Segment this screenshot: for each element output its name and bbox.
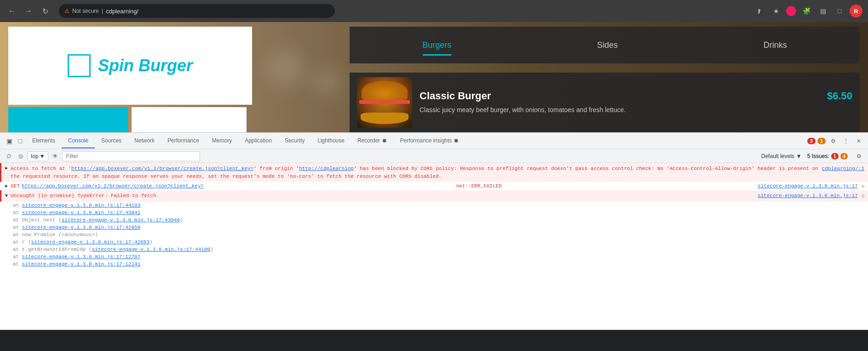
address-text: cdplearning/ bbox=[106, 8, 138, 15]
back-button[interactable]: ← bbox=[6, 5, 18, 17]
stack-line-1: at sitecore-engage-v.1.3.0.min.js:17:441… bbox=[0, 202, 868, 209]
warn-badge: 1 bbox=[817, 138, 826, 144]
devtools-toolbar: ∅ ◎ top ▼ 👁 Default levels ▼ 5 Issues: 1… bbox=[0, 149, 868, 163]
stack-line-3: at Object.next (sitecore-engage-v.1.3.0.… bbox=[0, 216, 868, 224]
issues-warn-badge: 4 bbox=[840, 153, 848, 159]
bookmark-icon[interactable]: ★ bbox=[770, 5, 782, 17]
cors-fetch-url[interactable]: https://app.boxever.com/v1.2/browser/cre… bbox=[71, 166, 253, 171]
tab-elements[interactable]: Elements bbox=[26, 134, 62, 148]
cast-icon[interactable]: ▤ bbox=[816, 5, 829, 17]
browser-actions: ⮭ ★ 🧩 ▤ □ R bbox=[753, 5, 862, 17]
logo-section: Spin Burger bbox=[8, 27, 252, 105]
secondary-box bbox=[132, 107, 247, 132]
issues-error-badge: 1 bbox=[831, 153, 839, 159]
stack-link-3[interactable]: sitecore-engage-v.1.3.0.min.js:17:43946 bbox=[62, 217, 180, 223]
cors-error-text: Access to fetch at ' bbox=[11, 166, 71, 171]
eye-icon[interactable]: 👁 bbox=[50, 151, 60, 161]
browser-chrome: ← → ↻ ⚠ Not secure | cdplearning/ ⮭ ★ 🧩 … bbox=[0, 0, 868, 22]
at-text-1: at bbox=[13, 203, 22, 208]
uncaught-source[interactable]: sitecore-engage-v.1.3.0.min.js:17 bbox=[758, 192, 858, 200]
stack-link-4[interactable]: sitecore-engage-v.1.3.0.min.js:17:42858 bbox=[22, 225, 140, 230]
cors-error-expand[interactable]: ► bbox=[5, 165, 8, 172]
at-text-3b: ) bbox=[180, 217, 183, 223]
stack-link-6[interactable]: sitecore-engage-v.1.3.0.min.js:17:42603 bbox=[31, 239, 149, 245]
burger-name: Classic Burger bbox=[420, 90, 491, 102]
puzzle-icon[interactable]: 🧩 bbox=[800, 5, 813, 17]
cors-error-source[interactable]: cdplearning/:1 bbox=[822, 165, 864, 173]
blob1 bbox=[267, 50, 304, 86]
devtools-toggle-icon[interactable]: ▣ bbox=[4, 136, 15, 147]
at-text-8: at bbox=[13, 254, 22, 260]
settings-icon[interactable]: ⚙ bbox=[828, 136, 839, 147]
tab-network[interactable]: Network bbox=[128, 134, 161, 148]
cors-error-text2: ' from origin ' bbox=[253, 166, 299, 171]
share-icon[interactable]: ⮭ bbox=[753, 5, 766, 17]
tab-console[interactable]: Console bbox=[62, 134, 95, 148]
default-levels-dropdown[interactable]: Default levels ▼ bbox=[761, 153, 802, 159]
more-options-icon[interactable]: ⋮ bbox=[840, 136, 851, 147]
reload-button[interactable]: ↻ bbox=[39, 5, 52, 17]
stack-link-7[interactable]: sitecore-engage-v.1.3.0.min.js:17:44100 bbox=[92, 247, 210, 252]
cors-origin-link[interactable]: http://cdplearning bbox=[299, 166, 354, 171]
at-text-7: at t.getBrowserIdFromCdp ( bbox=[13, 247, 92, 252]
get-source[interactable]: sitecore-engage-v.1.3.0.min.js:17 bbox=[758, 183, 858, 189]
filter-toggle-icon[interactable]: ◎ bbox=[16, 151, 26, 161]
at-text-6b: ) bbox=[149, 239, 153, 245]
burger-name-row: Classic Burger $6.50 bbox=[420, 90, 852, 106]
uncaught-error-text: Uncaught (in promise) TypeError: Failed … bbox=[11, 192, 156, 200]
tab-lighthouse[interactable]: Lighthouse bbox=[311, 134, 351, 148]
get-expand[interactable]: ► bbox=[5, 184, 8, 189]
at-text-4: at bbox=[13, 225, 22, 230]
devtools-dock-icons: 3 1 ⚙ ⋮ ✕ bbox=[807, 136, 864, 147]
uncaught-error-line: ▼ Uncaught (in promise) TypeError: Faile… bbox=[0, 190, 868, 202]
tab-memory[interactable]: Memory bbox=[206, 134, 238, 148]
nav-item-drinks[interactable]: Drinks bbox=[754, 37, 796, 54]
get-url[interactable]: https://app.boxever.com/v1.2/browser/cre… bbox=[22, 183, 204, 189]
nav-item-sides[interactable]: Sides bbox=[588, 37, 627, 54]
security-warning-icon: ⚠ bbox=[64, 8, 69, 14]
burger-bun-top bbox=[362, 81, 408, 102]
burger-image bbox=[357, 77, 412, 128]
clear-console-icon[interactable]: ∅ bbox=[4, 151, 14, 161]
tab-sources[interactable]: Sources bbox=[95, 134, 128, 148]
profile-avatar[interactable]: R bbox=[850, 5, 862, 17]
tab-performance[interactable]: Performance bbox=[161, 134, 206, 148]
stack-link-8[interactable]: sitecore-engage-v.1.3.0.min.js:17:12707 bbox=[22, 254, 140, 260]
uncaught-error-block: ▼ Uncaught (in promise) TypeError: Faile… bbox=[0, 190, 868, 268]
cors-error-message: ► Access to fetch at 'https://app.boxeve… bbox=[0, 163, 868, 182]
default-levels-arrow: ▼ bbox=[796, 153, 802, 159]
context-dropdown[interactable]: top ▼ bbox=[28, 151, 48, 161]
default-levels-label: Default levels bbox=[761, 153, 794, 159]
close-devtools-icon[interactable]: ✕ bbox=[853, 136, 864, 147]
get-request-line: ► GET https://app.boxever.com/v1.2/brows… bbox=[0, 182, 868, 190]
stack-link-1[interactable]: sitecore-engage-v.1.3.0.min.js:17:44193 bbox=[22, 203, 140, 208]
tab-recorder[interactable]: Recorder ⏺ bbox=[351, 134, 394, 148]
devtools-dock-icon[interactable]: □ bbox=[15, 136, 26, 147]
uncaught-expand[interactable]: ▼ bbox=[5, 192, 8, 199]
nav-item-burgers[interactable]: Burgers bbox=[413, 37, 460, 54]
settings-gear-icon[interactable]: ⚙ bbox=[853, 151, 864, 162]
stack-line-8: at sitecore-engage-v.1.3.0.min.js:17:127… bbox=[0, 253, 868, 260]
issues-label: 5 Issues: bbox=[807, 153, 829, 159]
stack-link-9[interactable]: sitecore-engage-v.1.3.0.min.js:17:12141 bbox=[22, 261, 140, 267]
tab-application[interactable]: Application bbox=[238, 134, 278, 148]
burger-info: Classic Burger $6.50 Classic juicy meaty… bbox=[420, 90, 852, 115]
uncaught-ext-icon: ◎ bbox=[862, 192, 864, 199]
net-error: net::ERR_FAILED bbox=[456, 183, 502, 189]
window-icon[interactable]: □ bbox=[833, 5, 846, 17]
stack-link-2[interactable]: sitecore-engage-v.1.3.0.min.js:17:43841 bbox=[22, 210, 140, 215]
tab-security[interactable]: Security bbox=[278, 134, 311, 148]
address-bar[interactable]: ⚠ Not secure | cdplearning/ bbox=[59, 4, 335, 18]
at-text-6: at r ( bbox=[13, 239, 31, 245]
tab-performance-insights[interactable]: Performance insights ⏺ bbox=[394, 134, 466, 148]
at-text-2: at bbox=[13, 210, 22, 215]
logo-text: Spin Burger bbox=[98, 56, 193, 75]
logo-box-icon bbox=[68, 54, 91, 77]
forward-button[interactable]: → bbox=[22, 5, 35, 17]
stack-line-7: at t.getBrowserIdFromCdp (sitecore-engag… bbox=[0, 246, 868, 253]
burger-price: $6.50 bbox=[827, 90, 852, 102]
console-output: ► Access to fetch at 'https://app.boxeve… bbox=[0, 163, 868, 330]
teal-cta-box[interactable] bbox=[8, 107, 128, 132]
filter-input[interactable] bbox=[62, 151, 200, 161]
extension-icon[interactable] bbox=[786, 6, 796, 16]
